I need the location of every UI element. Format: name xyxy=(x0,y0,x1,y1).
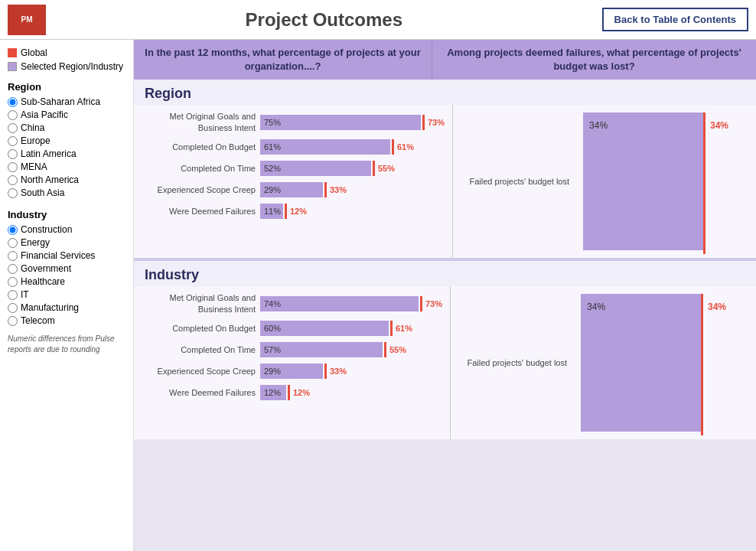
industry-section: Industry Met Original Goals and Business… xyxy=(134,261,756,439)
region-filter-sub-saharan[interactable]: Sub-Saharan Africa xyxy=(8,96,125,107)
region-label-south-asia: South Asia xyxy=(21,187,64,198)
industry-filter-financial[interactable]: Financial Services xyxy=(8,250,125,261)
industry-filter-energy[interactable]: Energy xyxy=(8,237,125,248)
legend-global-label: Global xyxy=(21,47,47,58)
region-bar-scope-creep-label: Experienced Scope Creep xyxy=(142,184,260,195)
region-filter-south-asia[interactable]: South Asia xyxy=(8,187,125,198)
industry-radio-it[interactable] xyxy=(8,290,18,300)
industry-bar-scope-creep: Experienced Scope Creep 29% 33% xyxy=(142,364,442,379)
industry-radio-financial[interactable] xyxy=(8,251,18,261)
col-header-left: In the past 12 months, what percentage o… xyxy=(134,40,432,80)
industry-bar-on-time-red-line xyxy=(384,342,386,357)
industry-radio-healthcare[interactable] xyxy=(8,277,18,287)
rounding-note: Numeric differences from Pulse reports a… xyxy=(8,334,125,355)
industry-filter-construction[interactable]: Construction xyxy=(8,224,125,235)
industry-right-bar-purple: 34% xyxy=(581,294,703,432)
region-label-north-america: North America xyxy=(21,174,79,185)
industry-radio-energy[interactable] xyxy=(8,238,18,248)
region-filter-latin-america[interactable]: Latin America xyxy=(8,148,125,159)
industry-right-bar-red-line xyxy=(701,294,703,435)
legend-global: Global xyxy=(8,47,125,58)
region-radio-latin-america[interactable] xyxy=(8,149,18,159)
region-right-val-purple: 34% xyxy=(589,120,608,131)
region-radio-south-asia[interactable] xyxy=(8,188,18,198)
region-radio-asia-pacific[interactable] xyxy=(8,110,18,120)
region-bar-on-time-red-val: 55% xyxy=(378,164,395,173)
region-bar-failures-purple: 11% xyxy=(260,204,283,219)
industry-chart-right: Failed projects' budget lost 34% 34% xyxy=(451,286,756,439)
region-filter-north-america[interactable]: North America xyxy=(8,174,125,185)
industry-filter-healthcare[interactable]: Healthcare xyxy=(8,276,125,287)
region-bar-failures-red-val: 12% xyxy=(290,207,307,216)
region-filter-asia-pacific[interactable]: Asia Pacific xyxy=(8,109,125,120)
logo-text: PM xyxy=(21,15,33,24)
industry-radio-government[interactable] xyxy=(8,264,18,274)
column-headers: In the past 12 months, what percentage o… xyxy=(134,40,756,80)
industry-bar-failures-red-line xyxy=(288,385,290,400)
region-charts-row: Met Original Goals and Business Intent 7… xyxy=(134,105,756,258)
region-radio-north-america[interactable] xyxy=(8,175,18,185)
industry-bar-on-budget-purple: 60% xyxy=(260,321,389,336)
region-bar-met-goals: Met Original Goals and Business Intent 7… xyxy=(142,111,445,133)
industry-bar-on-time: Completed On Time 57% 55% xyxy=(142,342,442,357)
content-area: In the past 12 months, what percentage o… xyxy=(134,40,756,551)
region-heading: Region xyxy=(134,80,756,105)
industry-filter-government[interactable]: Government xyxy=(8,263,125,274)
region-bar-failures: Were Deemed Failures 11% 12% xyxy=(142,204,445,219)
region-filter-europe[interactable]: Europe xyxy=(8,135,125,146)
region-bar-met-goals-red-line xyxy=(422,115,425,130)
industry-right-val-red: 34% xyxy=(708,302,726,312)
region-filter-china[interactable]: China xyxy=(8,122,125,133)
region-bar-scope-creep-red-val: 33% xyxy=(330,185,347,194)
region-bar-on-time-bars: 52% 55% xyxy=(260,161,395,176)
industry-bar-met-goals-label: Met Original Goals and Business Intent xyxy=(142,292,260,315)
industry-radio-telecom[interactable] xyxy=(8,316,18,326)
industry-bar-scope-creep-purple: 29% xyxy=(260,364,323,379)
region-bar-scope-creep-purple: 29% xyxy=(260,182,323,197)
industry-filter-title: Industry xyxy=(8,209,125,220)
industry-heading: Industry xyxy=(134,261,756,286)
region-bar-on-time-label: Completed On Time xyxy=(142,163,260,174)
region-radio-europe[interactable] xyxy=(8,136,18,146)
industry-bar-scope-creep-red-val: 33% xyxy=(330,367,347,376)
region-bar-on-budget: Completed On Budget 61% 61% xyxy=(142,139,445,155)
legend-selected-label: Selected Region/Industry xyxy=(21,61,123,72)
industry-filter-telecom[interactable]: Telecom xyxy=(8,315,125,326)
industry-bar-on-budget-bars: 60% 61% xyxy=(260,321,412,336)
region-bar-failures-red-line xyxy=(285,204,287,219)
industry-radio-manufacturing[interactable] xyxy=(8,303,18,313)
industry-label-it: IT xyxy=(21,289,29,300)
region-bar-met-goals-label: Met Original Goals and Business Intent xyxy=(142,111,260,133)
industry-bar-scope-creep-red-line xyxy=(324,364,327,379)
industry-bar-met-goals-purple: 74% xyxy=(260,296,419,311)
industry-right-label: Failed projects' budget lost xyxy=(466,357,573,368)
industry-filter-manufacturing[interactable]: Manufacturing xyxy=(8,302,125,313)
industry-right-val-purple: 34% xyxy=(587,302,605,312)
region-bar-failures-bars: 11% 12% xyxy=(260,204,307,219)
industry-bar-failures-label: Were Deemed Failures xyxy=(142,387,260,398)
logo: PM xyxy=(8,5,46,35)
region-bar-on-time: Completed On Time 52% 55% xyxy=(142,161,445,176)
region-filter-mena[interactable]: MENA xyxy=(8,161,125,172)
region-radio-mena[interactable] xyxy=(8,162,18,172)
region-bar-on-time-purple: 52% xyxy=(260,161,371,176)
region-radio-china[interactable] xyxy=(8,123,18,133)
legend-global-icon xyxy=(8,48,17,57)
sidebar: Global Selected Region/Industry Region S… xyxy=(0,40,134,551)
region-label-europe: Europe xyxy=(21,135,51,146)
industry-bar-scope-creep-label: Experienced Scope Creep xyxy=(142,366,260,377)
region-label-latin-america: Latin America xyxy=(21,148,77,159)
region-bar-scope-creep: Experienced Scope Creep 29% 33% xyxy=(142,182,445,197)
industry-filter-it[interactable]: IT xyxy=(8,289,125,300)
industry-label-energy: Energy xyxy=(21,237,50,248)
back-to-toc-button[interactable]: Back to Table of Contents xyxy=(602,8,748,31)
industry-bar-on-time-bars: 57% 55% xyxy=(260,342,406,357)
industry-radio-construction[interactable] xyxy=(8,225,18,235)
industry-bar-failures-purple: 12% xyxy=(260,385,286,400)
industry-bar-on-budget-red-val: 61% xyxy=(396,324,412,333)
region-right-bar-purple: 34% xyxy=(583,112,705,250)
region-label-sub-saharan: Sub-Saharan Africa xyxy=(21,96,100,107)
legend-selected: Selected Region/Industry xyxy=(8,61,125,72)
region-filter-title: Region xyxy=(8,81,125,93)
region-radio-sub-saharan[interactable] xyxy=(8,97,18,107)
